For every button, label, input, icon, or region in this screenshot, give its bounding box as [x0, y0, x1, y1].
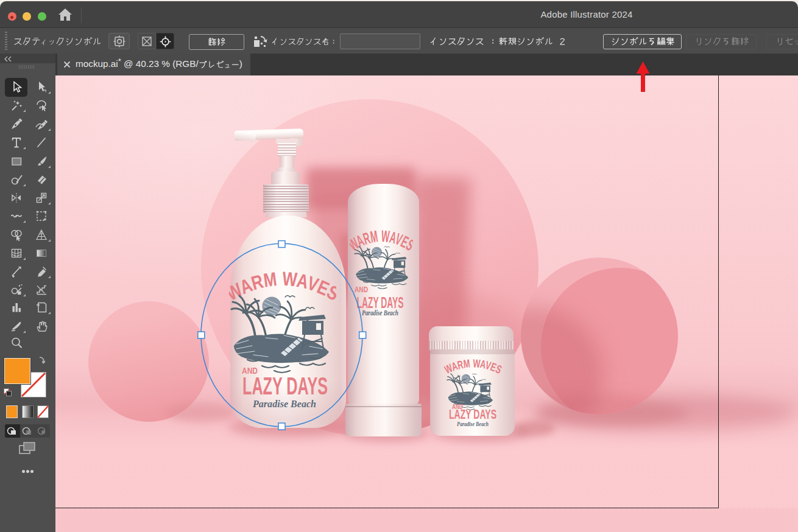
svg-text:Paradise Beach: Paradise Beach	[362, 309, 398, 316]
svg-text:Paradise Beach: Paradise Beach	[457, 420, 489, 427]
svg-text:WARM WAVES: WARM WAVES	[444, 358, 502, 376]
